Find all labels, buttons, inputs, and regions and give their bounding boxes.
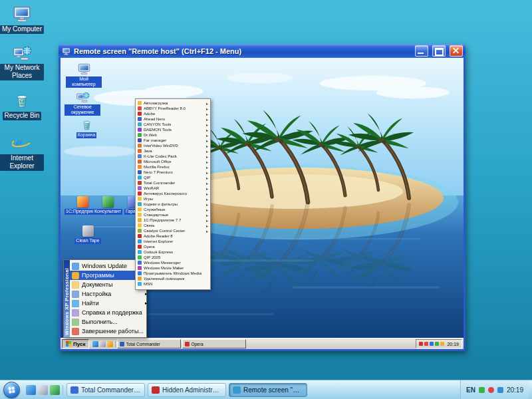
taskbar-button[interactable]: Remote screen "Remo... <box>229 383 307 397</box>
taskbar-button[interactable]: Total Commander 6.5... <box>66 383 145 397</box>
programs-menu-item[interactable]: 1С:Предприятие 7.7 ▸ <box>136 217 210 223</box>
recycle-bin-icon <box>80 118 94 132</box>
volume-tray-icon[interactable] <box>435 342 439 346</box>
remote-icon-network[interactable]: Сетевое окружение <box>65 90 100 116</box>
quick-launch-desktop-icon[interactable] <box>100 341 106 347</box>
desktop-icon-my-network-places[interactable]: My Network Places <box>0 43 44 80</box>
remote-task-button[interactable]: Opera <box>182 339 246 348</box>
remote-icon-label: Clean Tape <box>74 238 100 244</box>
desktop-icon-internet-explorer[interactable]: Internet Explorer <box>0 133 44 171</box>
programs-menu-item[interactable]: Кодеки и фильтры ▸ <box>136 201 210 207</box>
programs-menu-item[interactable]: K-Lite Codec Pack ▸ <box>136 154 210 159</box>
programs-menu-item[interactable]: Nero 7 Premium ▸ <box>136 170 210 175</box>
quick-launch-outlook-icon[interactable] <box>107 341 113 347</box>
programs-menu-item[interactable]: Windows Movie Maker ▸ <box>136 265 210 271</box>
scheduler-tray-icon[interactable] <box>440 342 444 346</box>
programs-menu-item[interactable]: Антивирус Касперского ▸ <box>136 191 210 196</box>
antivirus-tray-icon[interactable] <box>419 342 423 346</box>
desktop-icon-label: My Network Places <box>0 64 44 80</box>
programs-menu-item[interactable]: MSN ▸ <box>136 281 210 287</box>
program-label: K-Lite Codec Pack <box>144 154 205 158</box>
programs-menu-item[interactable]: InterVideo WinDVD ▸ <box>136 143 210 148</box>
programs-menu-item[interactable]: Проигрыватель Windows Media ▸ <box>136 271 210 276</box>
desktop-icon-my-computer[interactable]: My Computer <box>0 4 44 34</box>
task-button-label: Opera <box>191 342 203 346</box>
minimize-button[interactable] <box>415 45 428 57</box>
programs-menu-item[interactable]: Opera ▸ <box>136 244 210 249</box>
programs-menu-item[interactable]: QIP 2005 ▸ <box>136 255 210 260</box>
close-button[interactable] <box>450 45 463 57</box>
quick-launch-desktop-icon[interactable] <box>38 385 48 395</box>
programs-menu-item[interactable]: WinRAR ▸ <box>136 186 210 191</box>
language-indicator[interactable]: EN <box>466 386 475 394</box>
program-label: Windows Movie Maker <box>144 266 205 270</box>
programs-menu-item[interactable]: Служебные ▸ <box>136 207 210 212</box>
remote-quick-launch <box>90 341 116 347</box>
program-label: QIP <box>144 176 205 180</box>
desktop-icon-label: Internet Explorer <box>0 154 44 171</box>
quick-launch-ie-icon[interactable] <box>92 341 98 347</box>
programs-menu-item[interactable]: Java ▸ <box>136 148 210 154</box>
start-menu-item[interactable]: Выполнить... ▸ <box>70 317 149 327</box>
program-label: Антивирус Касперского <box>144 192 205 196</box>
submenu-arrow-icon: ▸ <box>206 149 208 154</box>
programs-menu-item[interactable]: Adobe ▸ <box>136 111 210 116</box>
program-label: Игры <box>144 197 205 201</box>
programs-menu-item[interactable]: Windows Messenger ▸ <box>136 260 210 265</box>
programs-menu-item[interactable]: Far manager ▸ <box>136 138 210 143</box>
start-menu-item[interactable]: Настройка ▸ <box>70 289 149 299</box>
remote-start-button[interactable]: Пуск <box>62 339 89 348</box>
submenu-arrow-icon: ▸ <box>206 202 208 207</box>
programs-menu-item[interactable]: CANYON Tools ▸ <box>136 122 210 127</box>
programs-menu-item[interactable]: Автозагрузка ▸ <box>136 100 210 106</box>
programs-menu-item[interactable]: Total Commander ▸ <box>136 180 210 186</box>
menu-item-label: Справка и поддержка <box>82 309 144 316</box>
status-tray-icon[interactable] <box>488 387 494 393</box>
network-tray-icon[interactable] <box>497 387 503 393</box>
quick-launch-media-icon[interactable] <box>50 385 60 395</box>
program-icon <box>138 186 142 190</box>
remote-icon-recycle-bin[interactable]: Корзина <box>68 118 104 138</box>
maximize-button[interactable] <box>432 45 446 57</box>
programs-menu-item[interactable]: Dr.Web ▸ <box>136 132 210 138</box>
start-menu-item[interactable]: Найти ▸ <box>70 299 149 308</box>
remote-task-button[interactable]: Total Commander <box>117 339 181 348</box>
programs-menu-item[interactable]: Microsoft Office ▸ <box>136 159 210 164</box>
programs-menu-item[interactable]: Internet Explorer ▸ <box>136 239 210 244</box>
submenu-arrow-icon: ▸ <box>206 138 208 143</box>
program-label: WinRAR <box>144 186 205 190</box>
submenu-arrow-icon: ▸ <box>206 128 208 132</box>
desktop-icon-recycle-bin[interactable]: Recycle Bin <box>0 90 44 120</box>
remote-desktop-view[interactable]: Мой компьютер Сетевое окружение Корзина … <box>61 58 464 349</box>
remote-icon-my-computer[interactable]: Мой компьютер <box>66 62 102 88</box>
start-menu-item[interactable]: Справка и поддержка ▸ <box>70 308 149 317</box>
programs-menu-item[interactable]: Outlook Express ▸ <box>136 249 210 255</box>
programs-menu-item[interactable]: Стандартные ▸ <box>136 212 210 217</box>
shield-tray-icon[interactable] <box>479 387 485 393</box>
program-label: Total Commander <box>144 181 205 185</box>
kaspersky-tray-icon[interactable] <box>424 342 428 346</box>
program-icon <box>138 160 142 164</box>
start-menu-item[interactable]: Завершение работы... ▸ <box>70 327 149 336</box>
program-label: Adobe <box>144 112 205 116</box>
submenu-arrow-icon: ▸ <box>206 213 208 217</box>
programs-menu-item[interactable]: QIP ▸ <box>136 175 210 180</box>
programs-menu-item[interactable]: Ahead Nero ▸ <box>136 116 210 122</box>
task-button-icon <box>185 342 190 346</box>
programs-menu-item[interactable]: Игры ▸ <box>136 196 210 201</box>
window-titlebar[interactable]: Remote screen "Remote host" (Ctrl+F12 - … <box>59 44 466 58</box>
programs-menu-item[interactable]: DAEMON Tools ▸ <box>136 127 210 132</box>
programs-menu-item[interactable]: Mozilla Firefox ▸ <box>136 164 210 170</box>
start-orb-button[interactable] <box>3 382 20 398</box>
quick-launch-ie-icon[interactable] <box>26 385 36 395</box>
remote-icon-app-4[interactable]: Clean Tape <box>70 225 106 244</box>
menu-item-icon <box>72 300 79 307</box>
taskbar-button[interactable]: Hidden Administrator (... <box>148 383 226 397</box>
programs-menu-item[interactable]: Удаленный помощник ▸ <box>136 276 210 281</box>
programs-menu-item[interactable]: Catalyst Control Center ▸ <box>136 228 210 233</box>
programs-menu-item[interactable]: Связь ▸ <box>136 223 210 228</box>
network-tray-icon[interactable] <box>430 342 434 346</box>
program-label: Java <box>144 149 205 153</box>
programs-menu-item[interactable]: Adobe Reader 8 ▸ <box>136 233 210 239</box>
programs-menu-item[interactable]: ABBYY FineReader 8.0 ▸ <box>136 106 210 111</box>
